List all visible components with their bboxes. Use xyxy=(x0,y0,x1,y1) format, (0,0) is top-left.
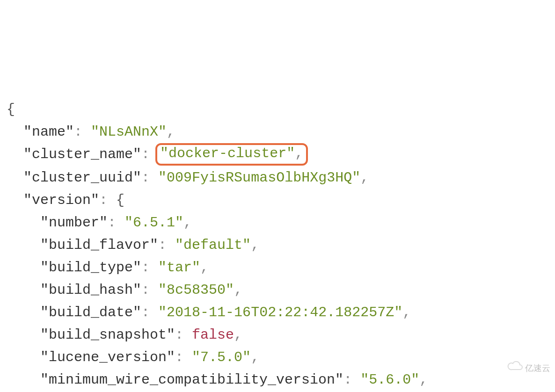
colon: : xyxy=(141,146,150,162)
watermark: 亿速云 xyxy=(498,348,550,389)
colon: : xyxy=(175,327,183,343)
json-val-name: "NLsANnX" xyxy=(91,124,167,140)
json-val-cluster-name: "docker-cluster" xyxy=(160,145,295,161)
brace-open: { xyxy=(7,102,15,117)
json-val-build-flavor: "default" xyxy=(175,237,251,253)
colon: : xyxy=(141,305,150,320)
cloud-icon xyxy=(498,348,523,389)
comma: , xyxy=(360,170,369,186)
json-val-number: "6.5.1" xyxy=(124,215,183,231)
comma: , xyxy=(167,124,175,140)
colon: : xyxy=(74,124,82,140)
comma: , xyxy=(183,215,192,231)
highlight-cluster-name: "docker-cluster", xyxy=(155,143,308,166)
json-val-lucene-version: "7.5.0" xyxy=(192,349,251,365)
json-key-lucene-version: "lucene_version" xyxy=(40,349,175,365)
json-key-cluster-uuid: "cluster_uuid" xyxy=(23,170,141,186)
json-key-build-snapshot: "build_snapshot" xyxy=(40,327,175,343)
json-key-name: "name" xyxy=(23,124,74,140)
json-val-build-snapshot: false xyxy=(192,327,234,343)
colon: : xyxy=(175,349,183,365)
comma: , xyxy=(251,349,259,365)
colon: : xyxy=(141,260,150,276)
colon: : xyxy=(141,282,150,298)
comma: , xyxy=(402,305,411,320)
json-key-number: "number" xyxy=(40,215,108,231)
comma: , xyxy=(419,372,428,388)
comma: , xyxy=(251,237,259,253)
colon: : xyxy=(343,372,352,388)
colon: : xyxy=(108,215,116,231)
json-val-build-type: "tar" xyxy=(158,260,200,276)
colon: : xyxy=(141,170,150,186)
json-key-build-date: "build_date" xyxy=(40,305,141,320)
comma: , xyxy=(234,327,242,343)
colon: : xyxy=(99,192,108,208)
comma: , xyxy=(200,260,209,276)
json-key-min-wire: "minimum_wire_compatibility_version" xyxy=(40,372,343,388)
json-val-build-date: "2018-11-16T02:22:42.182257Z" xyxy=(158,305,402,320)
json-key-build-flavor: "build_flavor" xyxy=(40,237,158,253)
json-key-build-type: "build_type" xyxy=(40,260,141,276)
watermark-text: 亿速云 xyxy=(525,362,550,375)
json-val-cluster-uuid: "009FyisRSumasOlbHXg3HQ" xyxy=(158,170,360,186)
colon: : xyxy=(158,237,167,253)
brace-open: { xyxy=(116,192,124,208)
json-val-build-hash: "8c58350" xyxy=(158,282,234,298)
comma: , xyxy=(234,282,242,298)
comma: , xyxy=(295,145,303,161)
json-val-min-wire: "5.6.0" xyxy=(360,372,419,388)
json-key-version: "version" xyxy=(23,192,99,208)
json-key-cluster-name: "cluster_name" xyxy=(23,146,141,162)
json-key-build-hash: "build_hash" xyxy=(40,282,141,298)
